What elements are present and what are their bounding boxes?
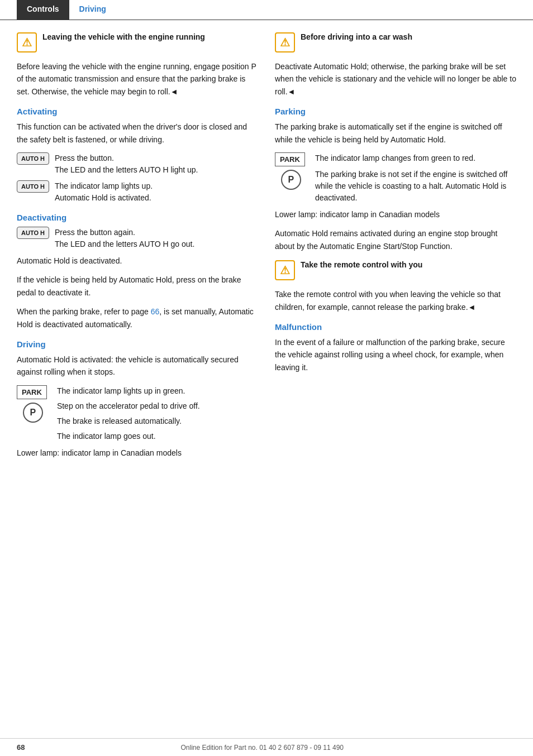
autoh-button-1: AUTO H — [17, 152, 49, 165]
warning-leaving-title: Leaving the vehicle with the engine runn… — [42, 31, 205, 43]
warning-leaving-vehicle: ⚠ Leaving the vehicle with the engine ru… — [17, 31, 258, 52]
tab-driving[interactable]: Driving — [69, 0, 116, 20]
driving-park-row: PARK P The indicator lamp lights up in g… — [17, 385, 258, 442]
warning-remote-title: Take the remote control with you — [301, 259, 422, 271]
col-left: ⚠ Leaving the vehicle with the engine ru… — [17, 31, 258, 721]
autoh-button-deactivate: AUTO H — [17, 227, 49, 239]
warning-icon-1: ⚠ — [17, 32, 37, 52]
top-nav: Controls Driving — [0, 0, 533, 20]
footer-text: Online Edition for Part no. 01 40 2 607 … — [180, 744, 344, 752]
activating-indicator-text: The indicator lamp lights up. Automatic … — [55, 180, 153, 204]
autoh-indicator-btn-1: AUTO H — [17, 180, 49, 193]
driving-text1: Automatic Hold is activated: the vehicle… — [17, 353, 258, 379]
park-indicator-green: PARK — [17, 385, 47, 399]
park-indicator-parking: PARK — [275, 152, 305, 166]
warning-carwash-text: Deactivate Automatic Hold; otherwise, th… — [275, 60, 516, 98]
parking-park-row: PARK P The indicator lamp changes from g… — [275, 152, 516, 204]
warning-carwash-title: Before driving into a car wash — [301, 31, 412, 43]
page-number: 68 — [17, 743, 25, 752]
deactivating-text2: If the vehicle is being held by Automati… — [17, 274, 258, 299]
deactivating-press-row: AUTO H Press the button again. The LED a… — [17, 227, 258, 250]
page-footer: 68 Online Edition for Part no. 01 40 2 6… — [0, 738, 533, 756]
malfunction-text: In the event of a failure or malfunction… — [275, 336, 516, 374]
content-area: ⚠ Leaving the vehicle with the engine ru… — [0, 20, 533, 738]
parking-text2: Automatic Hold remains activated during … — [275, 227, 516, 252]
activating-heading: Activating — [17, 107, 258, 116]
activating-press-text: Press the button. The LED and the letter… — [55, 152, 198, 176]
activating-intro: This function can be activated when the … — [17, 121, 258, 146]
page-link-66[interactable]: 66 — [151, 307, 160, 316]
malfunction-heading: Malfunction — [275, 322, 516, 332]
tab-controls[interactable]: Controls — [17, 0, 69, 20]
warning-remote: ⚠ Take the remote control with you — [275, 259, 516, 280]
activating-press-row: AUTO H Press the button. The LED and the… — [17, 152, 258, 176]
deactivating-text3: When the parking brake, refer to page 66… — [17, 305, 258, 331]
warning-icon-2: ⚠ — [275, 32, 295, 52]
page-container: Controls Driving ⚠ Leaving the vehicle w… — [0, 0, 533, 756]
parking-text1: The parking brake is automatically set i… — [275, 121, 516, 146]
circle-p-icon-parking: P — [281, 170, 301, 190]
col-right: ⚠ Before driving into a car wash Deactiv… — [275, 31, 516, 721]
warning-icon-3: ⚠ — [275, 260, 295, 280]
warning-remote-text: Take the remote control with you when le… — [275, 288, 516, 313]
driving-park-texts: The indicator lamp lights up in green. S… — [57, 385, 200, 442]
warning-leaving-text: Before leaving the vehicle with the engi… — [17, 60, 258, 98]
warning-carwash: ⚠ Before driving into a car wash — [275, 31, 516, 52]
deactivating-heading: Deactivating — [17, 213, 258, 222]
deactivating-text1: Automatic Hold is deactivated. — [17, 255, 258, 267]
activating-indicator-row: AUTO H The indicator lamp lights up. Aut… — [17, 180, 258, 204]
parking-heading: Parking — [275, 107, 516, 116]
left-lower-lamp: Lower lamp: indicator lamp in Canadian m… — [17, 447, 258, 459]
driving-heading: Driving — [17, 339, 258, 349]
parking-indicator-texts: The indicator lamp changes from green to… — [315, 152, 516, 204]
deactivating-press-text: Press the button again. The LED and the … — [55, 227, 194, 250]
circle-p-icon-driving: P — [23, 403, 43, 423]
right-lower-lamp: Lower lamp: indicator lamp in Canadian m… — [275, 208, 516, 221]
